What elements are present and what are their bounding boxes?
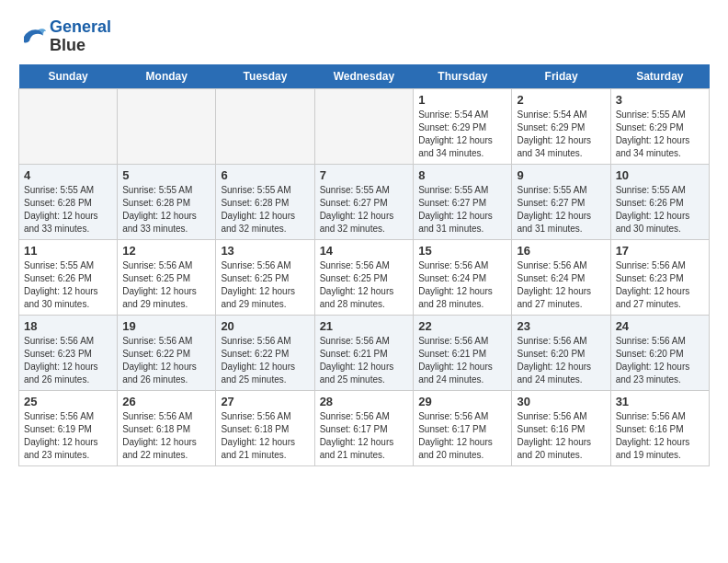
- day-number: 7: [320, 168, 409, 182]
- calendar-day-4: 4Sunrise: 5:55 AM Sunset: 6:28 PM Daylig…: [19, 164, 118, 239]
- day-number: 9: [517, 168, 605, 182]
- day-info: Sunrise: 5:55 AM Sunset: 6:27 PM Dayligh…: [517, 184, 605, 236]
- day-info: Sunrise: 5:56 AM Sunset: 6:25 PM Dayligh…: [320, 259, 409, 311]
- day-number: 3: [616, 93, 704, 107]
- day-number: 26: [122, 395, 210, 408]
- day-info: Sunrise: 5:56 AM Sunset: 6:24 PM Dayligh…: [418, 259, 506, 311]
- day-info: Sunrise: 5:56 AM Sunset: 6:21 PM Dayligh…: [418, 335, 506, 386]
- calendar-day-30: 30Sunrise: 5:56 AM Sunset: 6:16 PM Dayli…: [512, 390, 610, 465]
- calendar-day-28: 28Sunrise: 5:56 AM Sunset: 6:17 PM Dayli…: [314, 390, 414, 465]
- calendar-day-9: 9Sunrise: 5:55 AM Sunset: 6:27 PM Daylig…: [512, 164, 610, 239]
- day-info: Sunrise: 5:55 AM Sunset: 6:28 PM Dayligh…: [122, 184, 210, 236]
- day-number: 30: [517, 395, 605, 408]
- calendar-day-22: 22Sunrise: 5:56 AM Sunset: 6:21 PM Dayli…: [414, 315, 512, 390]
- day-number: 19: [122, 319, 210, 333]
- day-number: 14: [320, 244, 409, 258]
- day-info: Sunrise: 5:55 AM Sunset: 6:27 PM Dayligh…: [418, 184, 506, 236]
- day-info: Sunrise: 5:56 AM Sunset: 6:16 PM Dayligh…: [517, 410, 605, 462]
- day-number: 24: [616, 319, 704, 333]
- calendar-day-3: 3Sunrise: 5:55 AM Sunset: 6:29 PM Daylig…: [610, 88, 709, 164]
- empty-cell: [118, 88, 216, 164]
- day-number: 18: [24, 319, 112, 333]
- day-number: 1: [418, 93, 506, 107]
- day-info: Sunrise: 5:55 AM Sunset: 6:28 PM Dayligh…: [221, 184, 309, 236]
- day-info: Sunrise: 5:56 AM Sunset: 6:17 PM Dayligh…: [320, 410, 409, 462]
- calendar-table: SundayMondayTuesdayWednesdayThursdayFrid…: [18, 64, 710, 466]
- day-info: Sunrise: 5:56 AM Sunset: 6:20 PM Dayligh…: [616, 335, 704, 386]
- day-info: Sunrise: 5:56 AM Sunset: 6:22 PM Dayligh…: [122, 335, 210, 386]
- page-header: General Blue: [18, 18, 710, 55]
- calendar-day-2: 2Sunrise: 5:54 AM Sunset: 6:29 PM Daylig…: [512, 88, 610, 164]
- day-number: 28: [320, 395, 409, 408]
- weekday-header-thursday: Thursday: [414, 64, 512, 89]
- calendar-day-14: 14Sunrise: 5:56 AM Sunset: 6:25 PM Dayli…: [314, 239, 414, 315]
- day-number: 25: [24, 395, 112, 408]
- calendar-day-23: 23Sunrise: 5:56 AM Sunset: 6:20 PM Dayli…: [512, 315, 610, 390]
- calendar-day-19: 19Sunrise: 5:56 AM Sunset: 6:22 PM Dayli…: [118, 315, 216, 390]
- calendar-day-10: 10Sunrise: 5:55 AM Sunset: 6:26 PM Dayli…: [610, 164, 709, 239]
- empty-cell: [216, 88, 314, 164]
- logo-text: General Blue: [50, 18, 111, 55]
- day-info: Sunrise: 5:56 AM Sunset: 6:25 PM Dayligh…: [122, 259, 210, 311]
- day-info: Sunrise: 5:55 AM Sunset: 6:26 PM Dayligh…: [616, 184, 704, 236]
- calendar-day-16: 16Sunrise: 5:56 AM Sunset: 6:24 PM Dayli…: [512, 239, 610, 315]
- calendar-day-13: 13Sunrise: 5:56 AM Sunset: 6:25 PM Dayli…: [216, 239, 314, 315]
- day-info: Sunrise: 5:56 AM Sunset: 6:23 PM Dayligh…: [24, 335, 112, 386]
- logo-icon: [18, 23, 46, 51]
- day-info: Sunrise: 5:55 AM Sunset: 6:27 PM Dayligh…: [320, 184, 409, 236]
- calendar-day-25: 25Sunrise: 5:56 AM Sunset: 6:19 PM Dayli…: [19, 390, 118, 465]
- weekday-header-tuesday: Tuesday: [216, 64, 314, 89]
- weekday-header-monday: Monday: [118, 64, 216, 89]
- day-number: 21: [320, 319, 409, 333]
- day-info: Sunrise: 5:56 AM Sunset: 6:21 PM Dayligh…: [320, 335, 409, 386]
- day-info: Sunrise: 5:55 AM Sunset: 6:26 PM Dayligh…: [24, 259, 112, 311]
- day-number: 27: [221, 395, 309, 408]
- day-number: 20: [221, 319, 309, 333]
- calendar-day-6: 6Sunrise: 5:55 AM Sunset: 6:28 PM Daylig…: [216, 164, 314, 239]
- calendar-day-11: 11Sunrise: 5:55 AM Sunset: 6:26 PM Dayli…: [19, 239, 118, 315]
- day-number: 17: [616, 244, 704, 258]
- day-info: Sunrise: 5:56 AM Sunset: 6:16 PM Dayligh…: [616, 410, 704, 462]
- day-info: Sunrise: 5:56 AM Sunset: 6:18 PM Dayligh…: [122, 410, 210, 462]
- empty-cell: [19, 88, 118, 164]
- day-number: 29: [418, 395, 506, 408]
- calendar-day-29: 29Sunrise: 5:56 AM Sunset: 6:17 PM Dayli…: [414, 390, 512, 465]
- calendar-day-5: 5Sunrise: 5:55 AM Sunset: 6:28 PM Daylig…: [118, 164, 216, 239]
- calendar-day-7: 7Sunrise: 5:55 AM Sunset: 6:27 PM Daylig…: [314, 164, 414, 239]
- day-number: 12: [122, 244, 210, 258]
- day-info: Sunrise: 5:54 AM Sunset: 6:29 PM Dayligh…: [418, 109, 506, 160]
- empty-cell: [314, 88, 414, 164]
- calendar-day-31: 31Sunrise: 5:56 AM Sunset: 6:16 PM Dayli…: [610, 390, 709, 465]
- weekday-header-saturday: Saturday: [610, 64, 709, 89]
- calendar-day-1: 1Sunrise: 5:54 AM Sunset: 6:29 PM Daylig…: [414, 88, 512, 164]
- day-info: Sunrise: 5:56 AM Sunset: 6:17 PM Dayligh…: [418, 410, 506, 462]
- calendar-day-12: 12Sunrise: 5:56 AM Sunset: 6:25 PM Dayli…: [118, 239, 216, 315]
- calendar-day-26: 26Sunrise: 5:56 AM Sunset: 6:18 PM Dayli…: [118, 390, 216, 465]
- day-number: 6: [221, 168, 309, 182]
- calendar-day-15: 15Sunrise: 5:56 AM Sunset: 6:24 PM Dayli…: [414, 239, 512, 315]
- calendar-day-21: 21Sunrise: 5:56 AM Sunset: 6:21 PM Dayli…: [314, 315, 414, 390]
- day-info: Sunrise: 5:56 AM Sunset: 6:22 PM Dayligh…: [221, 335, 309, 386]
- calendar-day-8: 8Sunrise: 5:55 AM Sunset: 6:27 PM Daylig…: [414, 164, 512, 239]
- day-info: Sunrise: 5:56 AM Sunset: 6:19 PM Dayligh…: [24, 410, 112, 462]
- weekday-header-sunday: Sunday: [19, 64, 118, 89]
- calendar-day-20: 20Sunrise: 5:56 AM Sunset: 6:22 PM Dayli…: [216, 315, 314, 390]
- logo: General Blue: [18, 18, 111, 55]
- day-number: 16: [517, 244, 605, 258]
- day-info: Sunrise: 5:56 AM Sunset: 6:20 PM Dayligh…: [517, 335, 605, 386]
- day-number: 11: [24, 244, 112, 258]
- weekday-header-wednesday: Wednesday: [314, 64, 414, 89]
- day-info: Sunrise: 5:55 AM Sunset: 6:29 PM Dayligh…: [616, 109, 704, 160]
- weekday-header-friday: Friday: [512, 64, 610, 89]
- day-number: 4: [24, 168, 112, 182]
- calendar-day-27: 27Sunrise: 5:56 AM Sunset: 6:18 PM Dayli…: [216, 390, 314, 465]
- day-number: 13: [221, 244, 309, 258]
- day-number: 31: [616, 395, 704, 408]
- day-number: 8: [418, 168, 506, 182]
- day-info: Sunrise: 5:56 AM Sunset: 6:24 PM Dayligh…: [517, 259, 605, 311]
- calendar-day-17: 17Sunrise: 5:56 AM Sunset: 6:23 PM Dayli…: [610, 239, 709, 315]
- day-info: Sunrise: 5:55 AM Sunset: 6:28 PM Dayligh…: [24, 184, 112, 236]
- day-number: 23: [517, 319, 605, 333]
- calendar-day-18: 18Sunrise: 5:56 AM Sunset: 6:23 PM Dayli…: [19, 315, 118, 390]
- day-info: Sunrise: 5:56 AM Sunset: 6:18 PM Dayligh…: [221, 410, 309, 462]
